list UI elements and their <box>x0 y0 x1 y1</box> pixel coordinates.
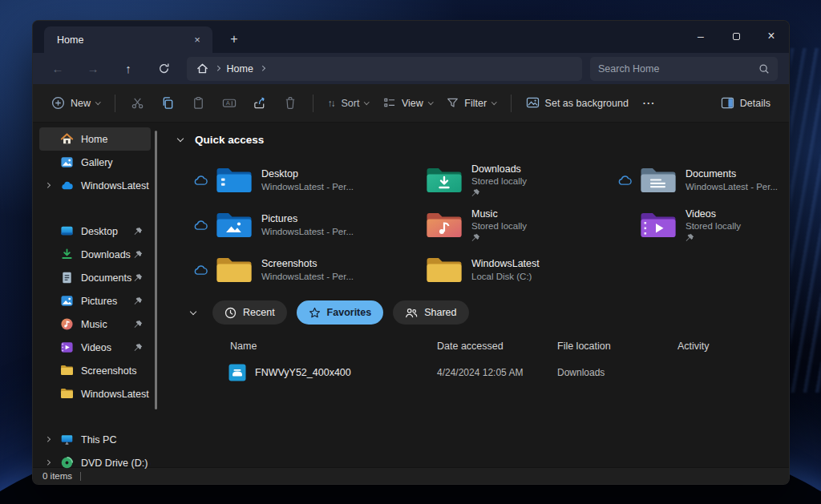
close-button[interactable]: × <box>754 21 789 51</box>
quick-access-item-music[interactable]: Music Stored locally <box>426 203 614 248</box>
paste-icon <box>192 96 205 110</box>
refresh-button[interactable] <box>152 57 176 81</box>
this-pc-icon <box>60 433 74 446</box>
svg-text:A: A <box>225 99 230 107</box>
sidebar-item-label: This PC <box>81 434 116 446</box>
item-name: Screenshots <box>261 257 354 270</box>
column-header-date-accessed[interactable]: Date accessed <box>437 341 557 352</box>
shared-pill[interactable]: Shared <box>393 300 468 325</box>
item-subtitle: Local Disk (C:) <box>471 271 540 283</box>
details-button[interactable]: Details <box>714 90 778 117</box>
recent-pill[interactable]: Recent <box>212 300 287 325</box>
quick-access-item-documents[interactable]: Documents WindowsLatest - Per... <box>614 158 789 203</box>
rename-icon: A <box>222 96 237 110</box>
item-subtitle: Stored locally <box>471 220 527 232</box>
share-button[interactable] <box>245 90 275 117</box>
sidebar-item-this-pc[interactable]: This PC <box>39 428 151 451</box>
pin-icon <box>134 273 143 282</box>
tab-bar: Home × + – × <box>33 21 789 53</box>
sort-button[interactable]: ↑↓ Sort <box>321 90 376 117</box>
favorites-pill[interactable]: Favorites <box>297 300 384 325</box>
pill-label: Shared <box>424 307 456 318</box>
sidebar-item-dvd-drive[interactable]: DVD Drive (D:) ( <box>39 451 151 474</box>
pin-icon <box>134 343 143 352</box>
music-folder-icon <box>426 211 463 240</box>
up-button[interactable]: ↑ <box>116 57 140 81</box>
quick-access-item-pictures[interactable]: Pictures WindowsLatest - Per... <box>190 203 426 248</box>
sidebar-item-documents[interactable]: Documents <box>39 266 151 289</box>
share-icon <box>253 96 267 110</box>
sidebar-item-screenshots[interactable]: Screenshots <box>39 359 151 382</box>
column-header-activity[interactable]: Activity <box>677 341 789 352</box>
sidebar-item-onedrive-windowslatest[interactable]: WindowsLatest - <box>39 174 151 197</box>
sidebar-scrollbar[interactable] <box>155 131 157 409</box>
file-name: FNWVyY52_400x400 <box>255 367 351 378</box>
sidebar-item-desktop[interactable]: Desktop <box>39 220 151 243</box>
sidebar-item-windowslatest-folder[interactable]: WindowsLatest <box>39 382 151 405</box>
maximize-button[interactable] <box>718 21 754 51</box>
quick-access-grid: Desktop WindowsLatest - Per... <box>171 158 789 292</box>
new-tab-button[interactable]: + <box>222 29 246 50</box>
new-button[interactable]: New <box>44 90 107 117</box>
forward-button[interactable]: → <box>81 57 105 81</box>
collapse-chevron-icon[interactable] <box>177 135 184 141</box>
window-controls: – × <box>683 21 789 51</box>
paste-button[interactable] <box>184 90 214 117</box>
set-background-icon <box>526 97 540 109</box>
breadcrumb-item-home[interactable]: Home <box>227 63 253 75</box>
sidebar-item-videos[interactable]: Videos <box>39 336 151 359</box>
quick-access-item-downloads[interactable]: Downloads Stored locally <box>426 158 614 203</box>
filter-button[interactable]: Filter <box>439 90 503 117</box>
expand-chevron-icon[interactable] <box>45 183 50 187</box>
pin-icon <box>134 320 143 329</box>
breadcrumb[interactable]: Home <box>187 57 582 81</box>
chevron-down-icon <box>428 99 433 104</box>
column-header-name[interactable]: Name <box>230 341 437 352</box>
expand-chevron-icon[interactable] <box>45 460 50 465</box>
column-header-file-location[interactable]: File location <box>557 341 677 352</box>
file-row[interactable]: FNWVyY52_400x400 4/24/2024 12:05 AM Down… <box>171 361 789 384</box>
minimize-button[interactable]: – <box>683 21 718 51</box>
sidebar-item-label: Screenshots <box>81 365 136 377</box>
sidebar-item-label: WindowsLatest <box>81 389 149 400</box>
more-options-button[interactable]: ··· <box>636 90 663 117</box>
quick-access-item-desktop[interactable]: Desktop WindowsLatest - Per... <box>190 158 426 203</box>
quick-access-item-windowslatest[interactable]: WindowsLatest Local Disk (C:) <box>426 248 614 292</box>
item-name: Music <box>471 208 527 220</box>
quick-access-item-videos[interactable]: Videos Stored locally <box>614 203 789 248</box>
quick-access-item-screenshots[interactable]: Screenshots WindowsLatest - Per... <box>190 248 426 292</box>
view-button[interactable]: View <box>376 90 439 117</box>
search-input[interactable] <box>598 63 758 75</box>
sidebar-item-label: DVD Drive (D:) ( <box>81 458 151 469</box>
item-subtitle: WindowsLatest - Per... <box>261 226 354 238</box>
expand-chevron-icon[interactable] <box>45 437 50 442</box>
folder-icon <box>216 256 253 284</box>
pin-icon <box>471 188 527 198</box>
sidebar-item-pictures[interactable]: Pictures <box>39 289 151 312</box>
maximize-icon <box>733 33 740 40</box>
search-icon[interactable] <box>758 63 770 75</box>
delete-button[interactable] <box>275 90 305 117</box>
quick-access-header[interactable]: Quick access <box>171 131 789 148</box>
tab-home[interactable]: Home × <box>44 26 212 53</box>
copy-button[interactable] <box>153 90 184 117</box>
sidebar-item-gallery[interactable]: Gallery <box>39 151 151 174</box>
sidebar-item-music[interactable]: Music <box>39 312 151 336</box>
folder-icon <box>426 256 463 284</box>
item-name: Downloads <box>471 163 527 175</box>
sidebar-spacer <box>33 405 158 428</box>
collapse-chevron-icon[interactable] <box>190 308 196 314</box>
home-icon[interactable] <box>196 62 208 75</box>
rename-button[interactable]: A <box>214 90 245 117</box>
back-button[interactable]: ← <box>46 57 70 81</box>
cloud-status-icon <box>190 264 211 276</box>
search-box[interactable] <box>590 57 778 81</box>
dvd-drive-icon <box>60 456 74 470</box>
item-subtitle: WindowsLatest - Per... <box>261 271 354 283</box>
sidebar-item-home[interactable]: Home <box>39 127 151 151</box>
set-as-background-button[interactable]: Set as background <box>519 90 636 117</box>
cut-button[interactable] <box>123 90 153 117</box>
sidebar-item-downloads[interactable]: Downloads <box>39 243 151 266</box>
documents-icon <box>60 271 74 284</box>
tab-close-icon[interactable]: × <box>190 33 204 47</box>
